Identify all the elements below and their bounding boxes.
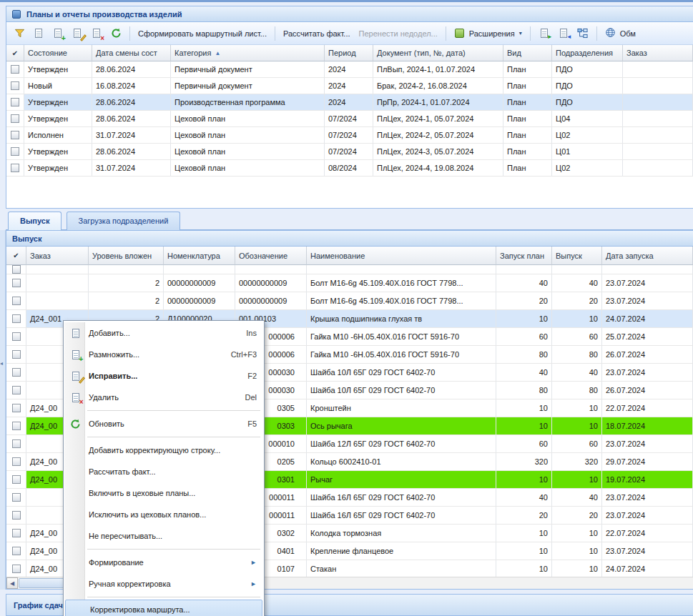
row-checkbox[interactable] — [12, 422, 21, 430]
exchange-button[interactable]: Обм — [601, 25, 640, 42]
edit-doc-icon[interactable] — [69, 25, 86, 42]
row-checkbox[interactable] — [12, 265, 21, 274]
grid-cell: 60 — [496, 328, 552, 345]
export-doc-icon[interactable]: ► — [536, 25, 553, 42]
checkbox-cell — [6, 160, 24, 176]
col-level[interactable]: Уровень вложен — [89, 247, 164, 265]
refresh-icon[interactable] — [107, 25, 124, 42]
col-designation[interactable]: Обозначение — [235, 247, 307, 265]
checkbox-cell — [6, 542, 26, 560]
row-checkbox[interactable] — [12, 279, 21, 287]
grid-cell — [552, 265, 602, 274]
plans-grid-row[interactable]: Исполнен31.07.2024Цеховой план07/2024ПлЦ… — [6, 127, 693, 144]
generate-route-button[interactable]: Сформировать маршрутный лист... — [134, 27, 271, 40]
row-checkbox[interactable] — [12, 529, 21, 537]
menu-item[interactable]: Добавить...Ins — [64, 322, 263, 344]
scroll-left-icon[interactable]: ◀ — [6, 577, 18, 589]
plans-grid-row[interactable]: Утвержден28.06.2024Цеховой план07/2024Пл… — [6, 111, 693, 127]
col-kind[interactable]: Вид — [503, 45, 552, 61]
plans-grid-row[interactable]: Утвержден28.06.2024Производственная прог… — [6, 94, 693, 111]
row-checkbox[interactable] — [12, 314, 21, 323]
col-order[interactable]: Заказ — [26, 247, 89, 265]
row-checkbox[interactable] — [11, 147, 19, 156]
tab-zagruzka-podrazdeleniy[interactable]: Загрузка подразделений — [67, 212, 181, 230]
plans-grid-row[interactable]: Новый16.08.2024Первичный документ2024Бра… — [6, 78, 693, 94]
menu-item[interactable]: ×УдалитьDel — [64, 387, 263, 408]
menu-item[interactable]: Корректировка маршрута... — [65, 600, 262, 616]
menu-item[interactable]: Формирование► — [64, 552, 263, 573]
row-checkbox[interactable] — [12, 547, 21, 555]
plans-grid-row[interactable]: Утвержден28.06.2024Цеховой план07/2024Пл… — [6, 144, 693, 160]
row-checkbox[interactable] — [12, 439, 21, 448]
grid-cell: Брак, 2024-2, 16.08.2024 — [373, 78, 503, 94]
row-checkbox[interactable] — [11, 164, 19, 172]
delete-doc-icon[interactable]: × — [88, 25, 105, 42]
col-output[interactable]: Выпуск — [552, 247, 602, 265]
grid-cell: ПрПр, 2024-1, 01.07.2024 — [373, 94, 503, 110]
add-doc-icon[interactable] — [30, 25, 47, 42]
collapsed-splitter[interactable]: ◂ — [0, 230, 6, 590]
col-name[interactable]: Наименование — [307, 247, 496, 265]
grid-cell: 19.07.2024 — [602, 471, 693, 488]
col-plan[interactable]: Запуск план — [496, 247, 552, 265]
col-state[interactable]: Состояние — [24, 45, 92, 61]
grid-cell: 24.07.2024 — [602, 310, 693, 327]
row-checkbox[interactable] — [12, 493, 21, 502]
row-checkbox[interactable] — [11, 98, 19, 106]
menu-item[interactable]: Рассчитать факт... — [64, 461, 263, 482]
row-checkbox[interactable] — [12, 511, 21, 520]
row-checkbox[interactable] — [11, 65, 19, 74]
row-checkbox[interactable] — [12, 350, 21, 359]
row-checkbox[interactable] — [12, 475, 21, 484]
grid-cell — [623, 127, 693, 143]
col-order[interactable]: Заказ — [623, 45, 693, 61]
row-checkbox[interactable] — [12, 332, 21, 341]
col-category[interactable]: Категория ▲ — [171, 45, 325, 61]
copy-doc-icon[interactable]: + — [49, 25, 67, 42]
calc-fact-button[interactable]: Рассчитать факт... — [279, 27, 355, 40]
col-launch-date[interactable]: Дата запуска — [602, 247, 693, 265]
grid-cell: 2024 — [325, 61, 373, 77]
hierarchy-icon[interactable] — [574, 25, 591, 42]
release-grid-row[interactable] — [6, 265, 693, 274]
row-checkbox[interactable] — [12, 386, 21, 394]
row-checkbox[interactable] — [12, 297, 21, 305]
row-checkbox[interactable] — [12, 565, 21, 573]
plans-grid-row[interactable]: Утвержден28.06.2024Первичный документ202… — [6, 61, 693, 78]
menu-item[interactable]: +Размножить...Ctrl+F3 — [64, 344, 263, 365]
menu-item[interactable]: Исправить...F2 — [64, 365, 263, 387]
col-nomenclature[interactable]: Номенклатура — [164, 247, 235, 265]
edit-doc-icon — [70, 370, 82, 382]
row-checkbox[interactable] — [11, 131, 19, 139]
col-date[interactable]: Дата смены сост — [92, 45, 171, 61]
col-check[interactable]: ✔ — [6, 45, 24, 61]
release-grid-row[interactable]: 20000000000900000000009Болт М16-6g 45.10… — [6, 274, 693, 292]
col-document[interactable]: Документ (тип, №, дата) — [373, 45, 503, 61]
col-department[interactable]: Подразделения — [552, 45, 623, 61]
menu-item[interactable]: Ручная корректировка► — [64, 573, 263, 595]
plans-panel-header: Планы и отчеты производства изделий — [6, 6, 693, 22]
menu-item[interactable]: Добавить корректирующую строку... — [64, 439, 263, 461]
release-grid-row[interactable]: 20000000000900000000009Болт М16-6g 45.10… — [6, 292, 693, 310]
row-checkbox[interactable] — [12, 404, 21, 412]
menu-item[interactable]: Исключить из цеховых планов... — [64, 504, 263, 525]
tab-vypusk[interactable]: Выпуск — [8, 212, 62, 230]
col-period[interactable]: Период — [325, 45, 373, 61]
row-checkbox[interactable] — [11, 81, 19, 90]
grid-cell: Ц02 — [552, 127, 623, 143]
copy-doc-icon: + — [70, 349, 82, 360]
filter-icon[interactable] — [11, 25, 28, 42]
extensions-button[interactable]: Расширения ▾ — [450, 25, 526, 41]
grid-cell: 20 — [496, 507, 552, 524]
menu-item[interactable]: Не пересчитывать... — [64, 525, 263, 547]
row-checkbox[interactable] — [11, 114, 19, 123]
plans-grid-row[interactable]: Утвержден31.07.2024Цеховой план08/2024Пл… — [6, 160, 693, 177]
row-checkbox[interactable] — [12, 368, 21, 377]
grid-cell: 00000000009 — [235, 274, 307, 292]
import-doc-icon[interactable]: ◄ — [555, 25, 572, 42]
menu-item[interactable]: Включить в цеховые планы... — [64, 482, 263, 504]
row-checkbox[interactable] — [12, 457, 21, 466]
release-panel-header: Выпуск — [6, 231, 693, 247]
col-check[interactable]: ✔ — [6, 247, 26, 265]
menu-item[interactable]: ОбновитьF5 — [64, 413, 263, 434]
